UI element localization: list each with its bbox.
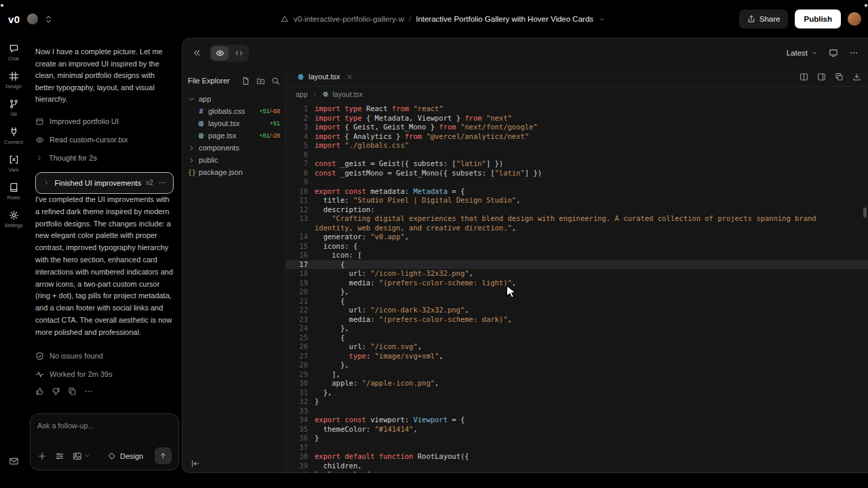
- code-line-39[interactable]: 39 children,: [286, 462, 868, 471]
- share-button[interactable]: Share: [739, 9, 789, 28]
- close-tab-icon[interactable]: [346, 73, 353, 81]
- rail-item-chat[interactable]: Chat: [0, 43, 27, 71]
- collapse-sidebar-icon[interactable]: [191, 459, 200, 468]
- code-line-11[interactable]: 11 title: "Studio Pixel | Digital Design…: [286, 196, 868, 205]
- rail-item-connect[interactable]: Connect: [0, 127, 27, 155]
- design-mode-toggle[interactable]: Design: [108, 452, 143, 460]
- code-line-14[interactable]: 14 generator: "v0.app",: [286, 232, 868, 242]
- status-worked-duration[interactable]: Worked for 2m 39s: [35, 365, 174, 384]
- code-line-20[interactable]: 20 },: [286, 287, 868, 297]
- file-tree-item-page.tsx[interactable]: page.tsx+81/-28: [188, 129, 280, 142]
- file-tree-item-components[interactable]: components: [188, 142, 280, 154]
- code-line-25[interactable]: 25 {: [286, 333, 868, 343]
- switcher-chevrons-icon[interactable]: [45, 15, 52, 24]
- split-view-icon[interactable]: [800, 73, 808, 81]
- more-options-icon[interactable]: [158, 178, 166, 187]
- code-line-24[interactable]: 24 },: [286, 324, 868, 333]
- breadcrumb-file[interactable]: layout.tsx: [333, 90, 363, 98]
- code-line-28[interactable]: 28 },: [286, 361, 868, 370]
- code-line-33[interactable]: 33: [286, 407, 868, 416]
- code-line-8[interactable]: 8const _geistMono = Geist_Mono({ subsets…: [286, 169, 868, 178]
- code-line-21[interactable]: 21 {: [286, 297, 868, 306]
- code-line-36[interactable]: 36}: [286, 434, 868, 443]
- code-line-2[interactable]: 2import type { Metadata, Viewport } from…: [286, 114, 868, 123]
- workspace-avatar[interactable]: [27, 14, 38, 24]
- code-line-40[interactable]: 40}: Readonly<{: [286, 470, 868, 472]
- publish-button[interactable]: Publish: [795, 9, 841, 28]
- code-area[interactable]: 1import type React from "react"2import t…: [286, 102, 868, 472]
- code-line-32[interactable]: 32}: [286, 397, 868, 407]
- thumbs-up-icon[interactable]: [35, 387, 44, 396]
- version-selector[interactable]: Latest: [787, 49, 818, 57]
- rail-item-settings[interactable]: Settings: [0, 210, 27, 238]
- file-tree-item-globals.css[interactable]: #globals.css+51/-58: [188, 105, 280, 117]
- followup-composer[interactable]: Ask a follow-up... Design: [30, 413, 179, 470]
- code-line-1[interactable]: 1import type React from "react": [286, 104, 868, 114]
- code-line-6[interactable]: 6: [286, 150, 868, 160]
- send-button[interactable]: [155, 447, 172, 464]
- code-line-27[interactable]: 27 type: "image/svg+xml",: [286, 352, 868, 361]
- code-line-17[interactable]: 17 {: [286, 260, 868, 270]
- status-no-issues[interactable]: No issues found: [35, 347, 174, 365]
- code-line-7[interactable]: 7const _geist = Geist({ subsets: ["latin…: [286, 159, 868, 169]
- code-line-23[interactable]: 23 media: "(prefers-color-scheme: dark)"…: [286, 315, 868, 325]
- collapse-chat-icon[interactable]: [192, 48, 201, 58]
- code-toggle[interactable]: [230, 46, 248, 60]
- search-icon[interactable]: [271, 77, 280, 85]
- breadcrumb-chat-title[interactable]: Interactive Portfolio Gallery with Hover…: [416, 15, 593, 23]
- thumbs-down-icon[interactable]: [52, 387, 60, 396]
- rail-item-rules[interactable]: Rules: [0, 182, 27, 210]
- sliders-icon[interactable]: [55, 451, 64, 461]
- code-line-16[interactable]: 16 icon: [: [286, 251, 868, 260]
- code-line-12[interactable]: 12 description:: [286, 205, 868, 215]
- feedback-mail-button[interactable]: [9, 456, 19, 473]
- preview-toggle[interactable]: [211, 46, 229, 60]
- chevron-down-icon[interactable]: [598, 16, 606, 23]
- chat-item-thought[interactable]: Thought for 2s: [35, 149, 174, 167]
- rail-item-design[interactable]: Design: [0, 71, 27, 99]
- code-line-22[interactable]: 22 url: "/icon-dark-32x32.png",: [286, 306, 868, 315]
- code-line-29[interactable]: 29 ],: [286, 370, 868, 380]
- code-line-35[interactable]: 35 themeColor: "#141414",: [286, 425, 868, 434]
- v0-logo[interactable]: v0: [8, 14, 20, 25]
- scrollbar-thumb[interactable]: [863, 207, 867, 218]
- chat-item-read-file[interactable]: Read custom-cursor.tsx: [35, 131, 174, 149]
- code-line-13[interactable]: 13 "Crafting digital experiences that bl…: [286, 214, 868, 232]
- code-line-19[interactable]: 19 media: "(prefers-color-scheme: light)…: [286, 279, 868, 288]
- download-icon[interactable]: [852, 73, 861, 81]
- code-line-4[interactable]: 4import { Analytics } from "@vercel/anal…: [286, 132, 868, 142]
- file-tree-item-public[interactable]: public: [188, 154, 280, 166]
- code-line-10[interactable]: 10export const metadata: Metadata = {: [286, 187, 868, 197]
- rail-item-git[interactable]: Git: [0, 99, 27, 127]
- chat-item-improved-portfolio-ui[interactable]: Improved portfolio UI: [35, 113, 174, 131]
- tab-layout-tsx[interactable]: layout.tsx: [293, 67, 357, 86]
- more-options-icon[interactable]: [84, 387, 93, 396]
- file-tree-item-layout.tsx[interactable]: layout.tsx+51: [188, 117, 280, 129]
- media-picker[interactable]: [73, 451, 90, 461]
- panel-right-icon[interactable]: [817, 73, 826, 81]
- new-folder-icon[interactable]: [256, 77, 265, 85]
- code-line-37[interactable]: 37: [286, 443, 868, 453]
- rail-item-vars[interactable]: Vars: [0, 155, 27, 182]
- breadcrumb-project[interactable]: v0-interactive-portfolio-gallery-w: [294, 15, 404, 23]
- code-line-30[interactable]: 30 apple: "/apple-icon.png",: [286, 379, 868, 388]
- code-line-26[interactable]: 26 url: "/icon.svg",: [286, 342, 868, 352]
- file-tree-item-app[interactable]: app: [188, 93, 280, 105]
- user-avatar[interactable]: [848, 12, 861, 26]
- breadcrumb-root[interactable]: app: [296, 90, 308, 98]
- code-line-9[interactable]: 9: [286, 178, 868, 187]
- code-line-3[interactable]: 3import { Geist, Geist_Mono } from "next…: [286, 123, 868, 132]
- new-file-icon[interactable]: [241, 77, 250, 85]
- code-line-34[interactable]: 34export const viewport: Viewport = {: [286, 415, 868, 425]
- code-line-38[interactable]: 38export default function RootLayout({: [286, 452, 868, 462]
- code-line-31[interactable]: 31 },: [286, 388, 868, 398]
- add-attachment-icon[interactable]: [37, 451, 47, 461]
- version-card-finished-ui-improvements[interactable]: Finished UI improvements v2: [35, 172, 174, 194]
- code-line-18[interactable]: 18 url: "/icon-light-32x32.png",: [286, 269, 868, 279]
- followup-input[interactable]: Ask a follow-up...: [37, 422, 172, 430]
- code-line-5[interactable]: 5import "./globals.css": [286, 141, 868, 150]
- copy-file-icon[interactable]: [835, 73, 844, 81]
- device-preview-icon[interactable]: [829, 48, 838, 58]
- file-tree-item-package.json[interactable]: {}package.json: [188, 166, 280, 178]
- copy-icon[interactable]: [68, 387, 77, 396]
